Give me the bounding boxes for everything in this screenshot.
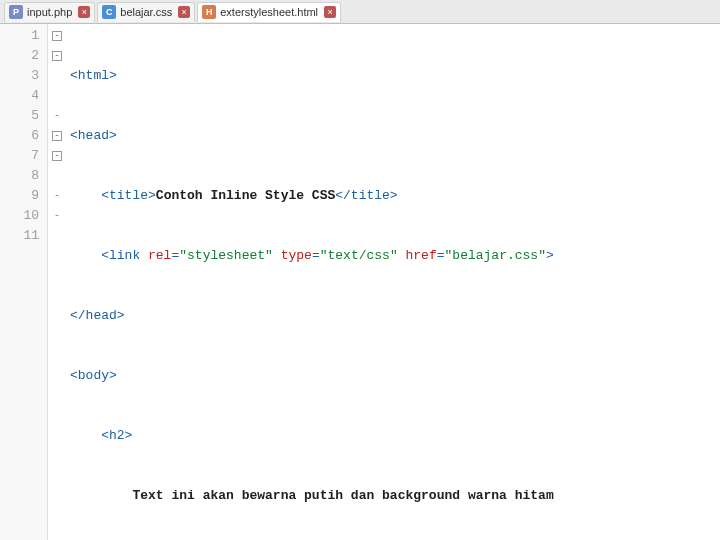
code-text: <link <box>70 248 148 263</box>
tab-bar: P input.php × C belajar.css × H extersty… <box>0 0 720 24</box>
tab-input-php[interactable]: P input.php × <box>4 2 95 22</box>
fold-column: - - - - - - - <box>48 24 66 540</box>
close-icon[interactable]: × <box>78 6 90 18</box>
line-number: 7 <box>0 146 43 166</box>
code-text: href <box>398 248 437 263</box>
fold-guide: - <box>54 210 60 221</box>
tab-label: exterstylesheet.html <box>220 6 318 18</box>
code-text: rel <box>148 248 171 263</box>
fold-icon[interactable]: - <box>52 151 62 161</box>
fold-guide: - <box>54 110 60 121</box>
code-text: = <box>437 248 445 263</box>
fold-icon[interactable]: - <box>52 31 62 41</box>
line-number: 3 <box>0 66 43 86</box>
close-icon[interactable]: × <box>324 6 336 18</box>
code-text: "belajar.css" <box>445 248 546 263</box>
php-icon: P <box>9 5 23 19</box>
close-icon[interactable]: × <box>178 6 190 18</box>
line-number: 1 <box>0 26 43 46</box>
code-text: type <box>273 248 312 263</box>
code-content[interactable]: <html> <head> <title>Contoh Inline Style… <box>66 24 720 540</box>
code-text: <h2> <box>70 428 132 443</box>
line-number: 10 <box>0 206 43 226</box>
code-text: > <box>546 248 554 263</box>
line-number: 5 <box>0 106 43 126</box>
code-text: Text ini akan bewarna putih dan backgrou… <box>132 488 553 503</box>
tab-label: belajar.css <box>120 6 172 18</box>
line-number: 4 <box>0 86 43 106</box>
code-text: "text/css" <box>320 248 398 263</box>
code-text: </head> <box>70 308 125 323</box>
code-text: "stylesheet" <box>179 248 273 263</box>
code-text: </title> <box>335 188 397 203</box>
fold-guide: - <box>54 190 60 201</box>
line-number-gutter: 1 2 3 4 5 6 7 8 9 10 11 <box>0 24 48 540</box>
code-text: <title> <box>70 188 156 203</box>
fold-icon[interactable]: - <box>52 131 62 141</box>
fold-icon[interactable]: - <box>52 51 62 61</box>
line-number: 6 <box>0 126 43 146</box>
line-number: 2 <box>0 46 43 66</box>
code-text: = <box>312 248 320 263</box>
line-number: 8 <box>0 166 43 186</box>
line-number: 11 <box>0 226 43 246</box>
code-editor: 1 2 3 4 5 6 7 8 9 10 11 - - - - - - - <h… <box>0 24 720 540</box>
line-number: 9 <box>0 186 43 206</box>
code-text: Contoh Inline Style CSS <box>156 188 335 203</box>
code-text: <body> <box>70 368 117 383</box>
code-text: <html> <box>70 68 117 83</box>
code-text <box>70 488 132 503</box>
tab-belajar-css[interactable]: C belajar.css × <box>97 2 195 22</box>
css-icon: C <box>102 5 116 19</box>
html-icon: H <box>202 5 216 19</box>
tab-label: input.php <box>27 6 72 18</box>
tab-exterstylesheet-html[interactable]: H exterstylesheet.html × <box>197 2 341 22</box>
code-text: <head> <box>70 128 117 143</box>
